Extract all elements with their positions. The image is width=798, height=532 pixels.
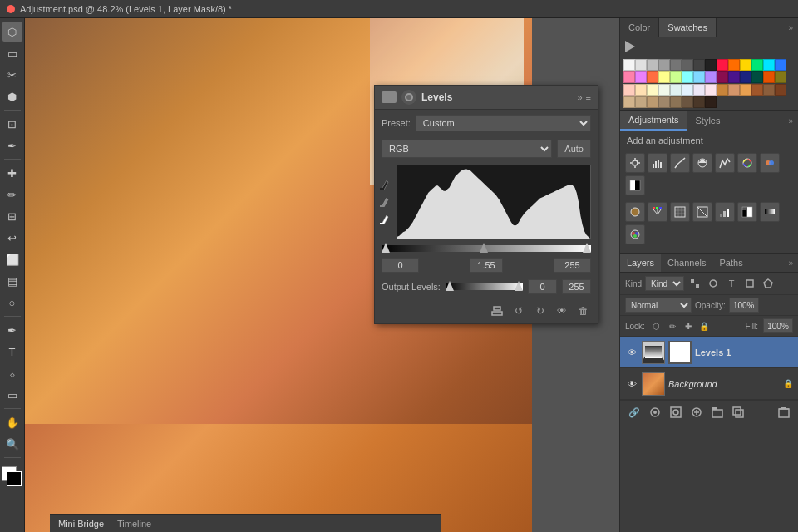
swatch-deep-purple[interactable] xyxy=(728,71,740,83)
adj-levels[interactable] xyxy=(648,153,667,173)
channel-select[interactable]: RGB Red Green Blue xyxy=(382,140,552,158)
new-group-btn[interactable] xyxy=(708,403,727,421)
swatch-light-yellow[interactable] xyxy=(658,71,670,83)
swatch-lavender[interactable] xyxy=(705,71,717,83)
layer-row-background[interactable]: 👁 Background 🔒 xyxy=(620,368,798,400)
adj-vibrance[interactable] xyxy=(715,153,735,173)
swatch-blue[interactable] xyxy=(775,59,786,71)
lock-image-btn[interactable]: ✏ xyxy=(666,319,679,332)
add-mask-btn[interactable] xyxy=(667,403,685,421)
tool-move[interactable]: ⬡ xyxy=(2,22,22,42)
reset-btn[interactable]: ↻ xyxy=(531,302,549,320)
adj-brightness[interactable] xyxy=(625,153,645,173)
swatch-cyan[interactable] xyxy=(763,59,775,71)
new-fill-adj-btn[interactable] xyxy=(687,403,706,421)
black-point-eyedropper[interactable] xyxy=(378,177,393,192)
swatch-light-blue[interactable] xyxy=(682,84,693,96)
swatch-near-black[interactable] xyxy=(693,59,705,71)
adj-gradient-map[interactable] xyxy=(760,202,780,222)
adj-posterize[interactable] xyxy=(715,202,735,222)
swatch-mid-gray[interactable] xyxy=(658,59,670,71)
swatch-light-lime[interactable] xyxy=(658,84,670,96)
swatch-dark-gray[interactable] xyxy=(670,59,682,71)
swatch-orange[interactable] xyxy=(728,59,740,71)
mini-bridge-tab[interactable]: Mini Bridge xyxy=(55,517,107,530)
swatch-warm-brown[interactable] xyxy=(717,84,728,96)
swatch-deep-skin[interactable] xyxy=(693,96,705,108)
layer-kind-select[interactable]: Kind xyxy=(645,276,684,291)
white-point-eyedropper[interactable] xyxy=(378,212,393,227)
right-panel-scroll[interactable]: Color Swatches » xyxy=(620,18,798,532)
output-black-slider[interactable] xyxy=(446,281,454,291)
swatch-light-gray[interactable] xyxy=(635,59,647,71)
adj-selective-color[interactable] xyxy=(625,224,645,244)
swatch-darker-skin[interactable] xyxy=(682,96,693,108)
swatch-deep-orange[interactable] xyxy=(647,71,658,83)
properties-collapse-btn[interactable]: » xyxy=(577,92,582,102)
swatch-dark-brown[interactable] xyxy=(763,84,775,96)
foreground-color-swatch[interactable] xyxy=(7,471,22,486)
layer-visibility-background[interactable]: 👁 xyxy=(625,377,638,391)
tool-pen[interactable]: ✒ xyxy=(2,320,22,340)
toggle-visibility-btn[interactable]: 👁 xyxy=(553,302,571,320)
add-layer-style-btn[interactable] xyxy=(646,403,664,421)
tool-clone-stamp[interactable]: ⊞ xyxy=(2,206,22,226)
swatch-medium-skin[interactable] xyxy=(635,96,647,108)
tool-type[interactable]: T xyxy=(2,342,22,362)
swatch-olive[interactable] xyxy=(775,71,786,83)
properties-menu-btn[interactable]: ≡ xyxy=(586,92,591,102)
swatch-tan-skin[interactable] xyxy=(623,96,635,108)
new-layer-btn[interactable] xyxy=(729,403,747,421)
black-point-slider[interactable] xyxy=(382,243,390,253)
preset-select[interactable]: Custom xyxy=(416,115,591,131)
lock-all-btn[interactable]: 🔒 xyxy=(697,319,711,332)
swatch-golden[interactable] xyxy=(740,84,751,96)
lock-position-btn[interactable]: ✚ xyxy=(682,319,695,332)
view-previous-btn[interactable]: ↺ xyxy=(510,302,528,320)
swatch-light-green[interactable] xyxy=(670,71,682,83)
swatch-tan[interactable] xyxy=(728,84,740,96)
swatch-rose[interactable] xyxy=(705,84,717,96)
swatch-light-purple[interactable] xyxy=(693,84,705,96)
blend-mode-select[interactable]: Normal xyxy=(625,298,692,313)
tool-brush[interactable]: ✏ xyxy=(2,185,22,204)
adj-color-lookup[interactable] xyxy=(670,202,690,222)
adj-photo-filter[interactable] xyxy=(625,202,645,222)
black-point-input[interactable]: 0 xyxy=(382,258,419,273)
midpoint-slider[interactable] xyxy=(480,243,488,253)
auto-button[interactable]: Auto xyxy=(557,140,591,158)
swatches-play-btn[interactable] xyxy=(625,41,635,52)
output-min-input[interactable]: 0 xyxy=(528,279,557,294)
mask-mode-icon[interactable] xyxy=(401,90,416,105)
swatch-darker-gray[interactable] xyxy=(682,59,693,71)
swatch-pink[interactable] xyxy=(623,71,635,83)
panel-expand-swatches[interactable]: » xyxy=(783,23,798,32)
color-tab[interactable]: Color xyxy=(620,18,659,37)
adj-threshold[interactable] xyxy=(737,202,757,222)
swatch-sky-blue[interactable] xyxy=(693,71,705,83)
swatches-tab[interactable]: Swatches xyxy=(659,18,717,37)
tool-history-brush[interactable]: ↩ xyxy=(2,228,22,248)
clip-to-layer-btn[interactable] xyxy=(488,302,506,320)
swatch-black[interactable] xyxy=(705,59,717,71)
tool-heal[interactable]: ✚ xyxy=(2,163,22,183)
layers-expand-btn[interactable]: » xyxy=(783,259,798,268)
filter-adj-btn[interactable] xyxy=(706,276,721,291)
adj-exposure[interactable] xyxy=(692,153,712,173)
channels-tab[interactable]: Channels xyxy=(661,254,712,272)
midpoint-input[interactable]: 1.55 xyxy=(470,258,503,273)
tool-zoom[interactable]: 🔍 xyxy=(2,434,22,454)
delete-adj-btn[interactable]: 🗑 xyxy=(574,302,593,320)
swatch-olive-skin[interactable] xyxy=(647,96,658,108)
adj-curves[interactable] xyxy=(670,153,690,173)
adjustments-tab[interactable]: Adjustments xyxy=(620,111,687,131)
swatch-mint[interactable] xyxy=(670,84,682,96)
swatch-dark-orange[interactable] xyxy=(763,71,775,83)
layer-visibility-levels[interactable]: 👁 xyxy=(625,346,638,359)
adj-expand-btn[interactable]: » xyxy=(783,116,798,126)
tool-path-select[interactable]: ⬦ xyxy=(2,363,22,383)
timeline-tab[interactable]: Timeline xyxy=(114,517,155,530)
swatch-gray[interactable] xyxy=(647,59,658,71)
delete-layer-btn[interactable] xyxy=(775,403,793,421)
swatch-light-peach[interactable] xyxy=(635,84,647,96)
